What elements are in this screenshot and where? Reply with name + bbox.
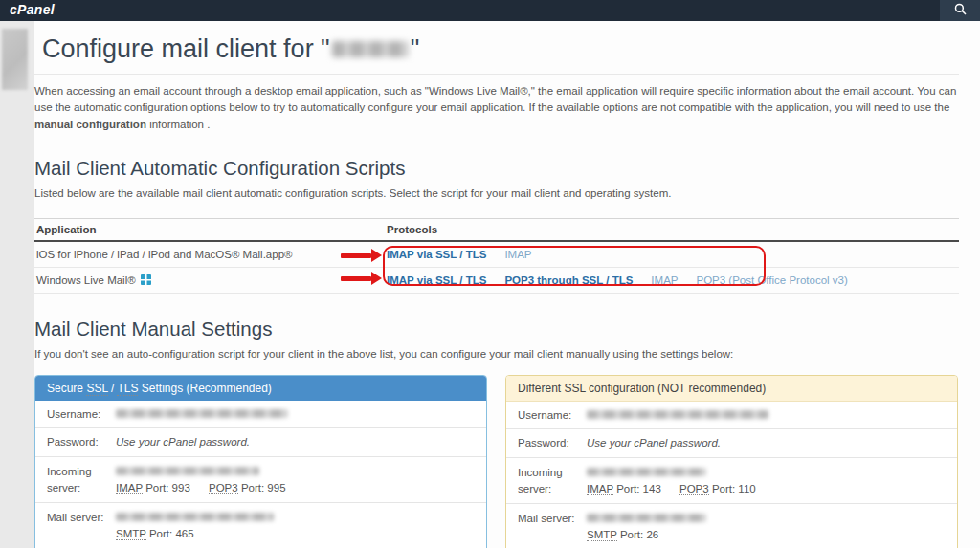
pop3-port-value: Port: 995	[241, 482, 286, 493]
pop3-abbr: POP3	[209, 482, 238, 494]
redacted-sidebar-element	[2, 29, 28, 90]
secure-title-sep: /	[111, 382, 114, 395]
intro-text-end: information .	[149, 119, 210, 130]
manual-settings-heading: Mail Client Manual Settings	[34, 318, 959, 340]
application-column-header: Application	[36, 224, 385, 235]
secure-settings-box: Secure SSL / TLS Settings (Recommended) …	[34, 375, 487, 548]
mail-server-value: SMTP Port: 26	[587, 511, 946, 542]
protocols-column-header: Protocols	[385, 224, 959, 235]
table-row-windows-live-mail: Windows Live Mail® IMAP via SSL / TLS PO…	[34, 268, 959, 294]
table-row-ios: iOS for iPhone / iPad / iPod and MacOS® …	[34, 242, 959, 268]
incoming-server-value: IMAP Port: 143 POP3 Port: 110	[587, 465, 946, 496]
auto-config-table: Application Protocols iOS for iPhone / i…	[34, 218, 959, 294]
username-row: Username:	[35, 401, 486, 429]
pop3-port-value: Port: 110	[712, 483, 756, 494]
auto-config-heading: Mail Client Automatic Configuration Scri…	[34, 157, 959, 180]
protocol-links: IMAP via SSL / TLS POP3 through SSL / TL…	[385, 274, 959, 286]
incoming-server-label: Incoming server:	[47, 464, 116, 495]
ssl-abbr: SSL	[86, 382, 107, 396]
application-name-text: Windows Live Mail®	[36, 274, 136, 286]
incoming-server-value: IMAP Port: 993 POP3 Port: 995	[116, 464, 475, 495]
top-navigation-bar: cPanel	[0, 0, 980, 21]
redacted-mail-server	[116, 513, 274, 521]
application-name: Windows Live Mail®	[36, 274, 385, 286]
title-divider	[34, 74, 959, 75]
redacted-username-value	[587, 410, 768, 419]
left-gutter	[0, 21, 34, 548]
protocol-link-pop3-ssl-wlm[interactable]: POP3 through SSL / TLS	[504, 274, 633, 286]
smtp-port-value: Port: 465	[149, 528, 194, 539]
protocol-link-imap-ssl-wlm[interactable]: IMAP via SSL / TLS	[387, 274, 486, 286]
smtp-port-value: Port: 26	[620, 529, 658, 540]
page-title: Configure mail client for ""	[42, 34, 959, 64]
username-value	[587, 407, 946, 424]
manual-settings-boxes: Secure SSL / TLS Settings (Recommended) …	[34, 375, 959, 548]
mail-server-label: Mail server:	[47, 510, 116, 541]
mail-server-row: Mail server: SMTP Port: 465	[35, 503, 486, 548]
tls-abbr: TLS	[117, 382, 138, 396]
imap-port-value: Port: 993	[145, 482, 190, 493]
password-value: Use your cPanel password.	[587, 435, 946, 451]
redacted-incoming-server	[587, 468, 706, 476]
search-button[interactable]	[940, 0, 980, 21]
username-row: Username:	[506, 402, 957, 430]
protocol-link-imap-ios[interactable]: IMAP	[504, 249, 531, 260]
imap-port-value: Port: 143	[616, 483, 661, 494]
incoming-server-label: Incoming server:	[518, 465, 587, 496]
protocol-link-pop3-wlm[interactable]: POP3 (Post Office Protocol v3)	[696, 274, 847, 286]
page-title-prefix: Configure mail client for "	[42, 34, 330, 63]
password-value: Use your cPanel password.	[116, 434, 475, 450]
redacted-username-value	[116, 409, 288, 418]
manual-settings-subtext: If you don't see an auto-configuration s…	[34, 348, 959, 360]
cpanel-logo[interactable]: cPanel	[0, 2, 55, 19]
username-value	[116, 406, 475, 423]
secure-title-pre: Secure	[47, 382, 83, 395]
username-label: Username:	[47, 406, 116, 423]
mail-server-row: Mail server: SMTP Port: 26	[506, 504, 957, 548]
application-name: iOS for iPhone / iPad / iPod and MacOS® …	[36, 249, 385, 260]
smtp-abbr: SMTP	[587, 529, 617, 541]
secure-title-post: Settings (Recommended)	[142, 382, 272, 395]
table-header-row: Application Protocols	[34, 219, 959, 242]
imap-abbr: IMAP	[116, 482, 143, 494]
imap-abbr: IMAP	[587, 483, 613, 495]
nonssl-settings-header: Different SSL configuration (NOT recomme…	[506, 376, 957, 402]
password-row: Password: Use your cPanel password.	[506, 429, 957, 458]
protocol-link-imap-ssl-ios[interactable]: IMAP via SSL / TLS	[387, 249, 486, 260]
password-row: Password: Use your cPanel password.	[35, 428, 486, 457]
mail-server-value: SMTP Port: 465	[116, 510, 475, 541]
intro-bold-manual-configuration: manual configuration	[34, 119, 146, 130]
pop3-abbr: POP3	[679, 483, 709, 495]
password-label: Password:	[518, 435, 587, 451]
redacted-incoming-server	[116, 467, 259, 475]
mail-server-label: Mail server:	[518, 511, 587, 542]
auto-config-subtext: Listed below are the available mail clie…	[34, 187, 959, 199]
password-label: Password:	[47, 434, 116, 450]
nonssl-settings-box: Different SSL configuration (NOT recomme…	[505, 375, 958, 548]
redacted-mail-server	[587, 514, 706, 522]
username-label: Username:	[518, 407, 587, 424]
search-icon	[954, 2, 967, 19]
protocol-link-imap-wlm[interactable]: IMAP	[651, 274, 678, 286]
windows-live-mail-icon	[141, 274, 151, 285]
main-content: Configure mail client for "" When access…	[34, 21, 980, 548]
incoming-server-row: Incoming server: IMAP Port: 143 POP3 Por…	[506, 458, 957, 504]
protocol-links: IMAP via SSL / TLS IMAP	[385, 249, 959, 260]
intro-text: When accessing an email account through …	[34, 83, 959, 133]
page-title-suffix: "	[411, 34, 420, 63]
smtp-abbr: SMTP	[116, 528, 146, 540]
secure-settings-header: Secure SSL / TLS Settings (Recommended)	[35, 376, 486, 401]
intro-text-start: When accessing an email account through …	[34, 85, 956, 113]
incoming-server-row: Incoming server: IMAP Port: 993 POP3 Por…	[35, 457, 486, 503]
redacted-account-name	[332, 41, 409, 57]
